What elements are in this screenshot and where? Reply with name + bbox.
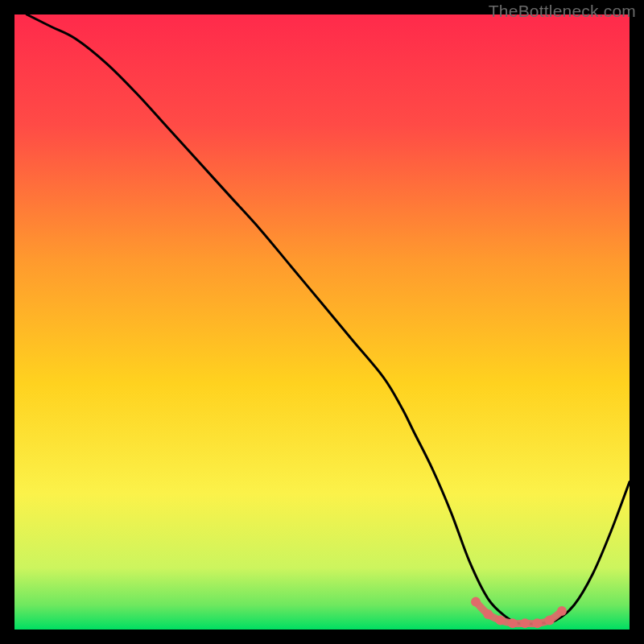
svg-point-2 — [496, 616, 506, 625]
svg-point-5 — [532, 618, 542, 628]
watermark-text: TheBottleneck.com — [489, 2, 636, 21]
chart-plot-area — [14, 14, 630, 630]
svg-point-6 — [545, 616, 555, 625]
svg-point-1 — [483, 609, 493, 619]
chart-svg — [14, 14, 630, 630]
gradient-background — [14, 14, 630, 630]
svg-point-7 — [557, 606, 567, 616]
svg-point-4 — [520, 618, 530, 628]
svg-point-0 — [471, 597, 481, 607]
svg-point-3 — [508, 618, 518, 628]
